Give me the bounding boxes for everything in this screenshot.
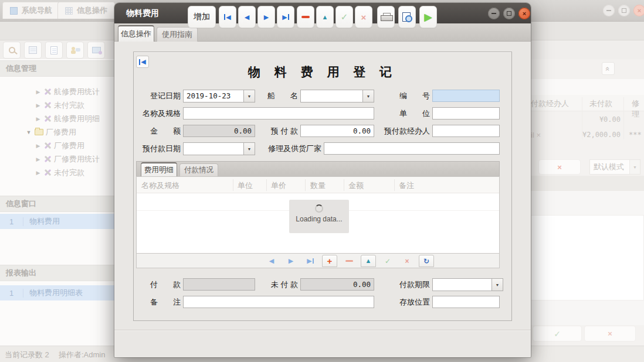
pay-term-select[interactable]: ▼ (432, 278, 503, 291)
grid-prev-button[interactable]: ◀ (264, 255, 279, 267)
edit-button[interactable]: ▲ (316, 6, 334, 28)
grid-cancel-button[interactable]: × (399, 255, 415, 267)
tab-info-operation-active[interactable]: 信息操作 (118, 25, 154, 42)
collapse-arrow-icon[interactable]: ▼ (25, 129, 32, 135)
main-close-button[interactable]: × (633, 5, 644, 16)
first-button[interactable]: ◀ (219, 6, 236, 28)
collapse-panel-button[interactable]: « (602, 62, 615, 75)
info-window-row[interactable]: 1 物料费用 (0, 214, 114, 229)
sidebar-item-hangxiu-tongji[interactable]: ▶ 航修费用统计 (0, 85, 114, 98)
document-button[interactable] (45, 42, 63, 59)
grid-last-button[interactable]: ▶ (303, 255, 318, 267)
supplier-field[interactable] (324, 142, 500, 155)
document-icon (50, 46, 57, 54)
dialog-close-button[interactable]: × (518, 8, 530, 19)
loading-indicator: Loading data... (289, 200, 349, 233)
tab-info-operation[interactable]: 信息操作 (57, 2, 115, 19)
amount-label: 金 额 (134, 125, 181, 137)
plus-icon: + (327, 256, 333, 266)
main-minimize-button[interactable] (603, 5, 615, 16)
sidebar-item-weifuwankuan[interactable]: ▶ 未付完款 (0, 98, 114, 112)
col-name-spec: 名称及规格 (141, 180, 179, 191)
sidebar-item-changxiu-tongji[interactable]: ▶ 厂修费用统计 (0, 152, 114, 166)
expand-arrow-icon[interactable]: ▶ (35, 116, 42, 122)
grid-edit-button[interactable]: ▲ (361, 255, 376, 267)
storage-label: 存放位置 (378, 296, 430, 308)
note-field[interactable] (183, 296, 374, 308)
tab-system-nav[interactable]: 系统导航 (2, 2, 60, 19)
check-icon: ✓ (341, 12, 348, 22)
tab-user-guide[interactable]: 使用指南 (157, 27, 198, 42)
chevron-down-icon[interactable]: ▼ (243, 143, 255, 155)
chevron-down-icon[interactable]: ▼ (492, 279, 503, 291)
report-output-row[interactable]: 1 物料费用明细表 (0, 285, 114, 300)
expand-arrow-icon[interactable]: ▶ (35, 156, 42, 162)
x-icon: × (557, 163, 562, 172)
grid-add-button[interactable]: + (322, 255, 337, 267)
ship-name-select[interactable]: ▼ (300, 90, 374, 103)
prev-icon: ◀ (269, 258, 274, 264)
dialog-minimize-button[interactable] (488, 8, 500, 19)
run-button[interactable]: ▶ (419, 6, 437, 28)
add-button[interactable]: 增加 (188, 6, 216, 28)
chevron-down-icon[interactable]: ▼ (362, 90, 374, 102)
tab-payment-status[interactable]: 付款情况 (179, 163, 218, 176)
prepay-agent-field[interactable] (432, 125, 500, 137)
col-amount: 金额 (348, 180, 364, 191)
grid-next-button[interactable]: ▶ (283, 255, 299, 267)
number-field[interactable] (432, 90, 500, 102)
chevron-down-icon[interactable]: ▼ (243, 90, 255, 102)
last-button[interactable]: ▶ (277, 6, 294, 28)
delete-button[interactable] (297, 6, 314, 28)
dialog-maximize-button[interactable] (503, 8, 515, 19)
play-icon: ▶ (424, 11, 432, 23)
col-note: 备注 (399, 180, 414, 191)
name-spec-field[interactable] (183, 107, 374, 119)
detail-grid[interactable]: 名称及规格 单位 单价 数量 金额 备注 Loading data... (136, 176, 500, 254)
unit-field[interactable] (432, 107, 500, 119)
expand-arrow-icon[interactable]: ▶ (35, 143, 42, 149)
mode-select[interactable]: 默认模式 ▼ (589, 159, 640, 175)
name-spec-label: 名称及规格 (134, 107, 181, 119)
print-button[interactable] (377, 6, 395, 28)
sidebar-folder-changxiu[interactable]: ▼ 厂修费用 (0, 125, 114, 139)
cancel-button[interactable]: × (355, 6, 372, 28)
expand-arrow-icon[interactable]: ▶ (35, 103, 42, 108)
expand-arrow-icon[interactable]: ▶ (35, 170, 42, 176)
sidebar-item-hangxiu-mingxi[interactable]: ▶ 航修费用明细 (0, 112, 114, 125)
bg-cancel-button[interactable]: × (538, 159, 581, 175)
window-button[interactable] (87, 42, 105, 59)
row-label: 物料费用 (23, 216, 60, 227)
bg-white-panel (531, 215, 644, 300)
bg-reject-button[interactable]: × (584, 326, 636, 341)
grid-refresh-button[interactable]: ↻ (419, 255, 434, 267)
search-icon (9, 47, 15, 53)
post-button[interactable]: ✓ (335, 6, 353, 28)
x-icon: × (608, 329, 612, 338)
supplier-label: 修理及供货厂家 (256, 142, 321, 155)
sidebar-item-weifuwankuan-2[interactable]: ▶ 未付完款 (0, 166, 114, 179)
grid-delete-button[interactable] (341, 255, 357, 267)
main-maximize-button[interactable] (618, 5, 630, 16)
search-button[interactable] (3, 42, 21, 59)
expand-arrow-icon[interactable]: ▶ (35, 89, 42, 95)
prepay-field[interactable]: 0.00 (300, 125, 374, 137)
next-button[interactable]: ▶ (257, 6, 275, 28)
reg-date-select[interactable]: 2019-10-23 ▼ (183, 90, 255, 103)
tools-icon (44, 88, 52, 95)
grid-navigator (136, 254, 500, 268)
pay-label: 付 款 (134, 278, 181, 291)
sidebar-item-changxiu-feiyong[interactable]: ▶ 厂修费用 (0, 139, 114, 152)
print-preview-button[interactable] (398, 6, 416, 28)
storage-field[interactable] (432, 296, 500, 308)
prepay-date-select[interactable]: ▼ (183, 142, 255, 155)
prepay-agent-label: 预付款经办人 (378, 125, 430, 137)
folder-icon (35, 129, 43, 135)
tab-cost-detail[interactable]: 费用明细 (141, 162, 177, 176)
grid-post-button[interactable]: ✓ (380, 255, 395, 267)
prev-button[interactable]: ◀ (238, 6, 256, 28)
bg-confirm-button[interactable]: ✓ (533, 326, 582, 341)
system-nav-icon (10, 7, 18, 15)
user-chart-button[interactable] (66, 42, 84, 59)
report-button[interactable] (24, 42, 42, 59)
